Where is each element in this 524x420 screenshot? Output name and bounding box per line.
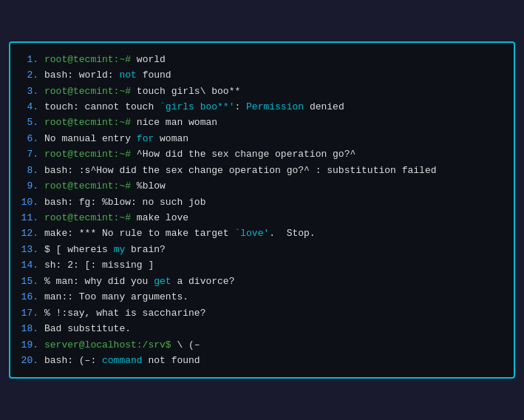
line-content: sh: 2: [: missing ] <box>44 257 506 273</box>
text-segment: No manual entry <box>44 133 137 144</box>
line-number: 16. <box>18 289 38 305</box>
line-number: 10. <box>18 194 38 210</box>
text-segment: get <box>154 276 171 287</box>
line-content: bash: fg: %blow: no such job <box>44 194 506 210</box>
line-number: 8. <box>18 163 38 178</box>
text-segment: make love <box>137 212 188 223</box>
text-segment: root@tecmint:~# <box>44 117 137 128</box>
terminal-line: 14.sh: 2: [: missing ] <box>18 257 506 273</box>
line-number: 4. <box>18 99 38 115</box>
text-segment: command <box>102 355 143 366</box>
terminal-line: 20.bash: (–: command not found <box>18 353 506 368</box>
text-segment: ^How did the sex change operation go?^ <box>137 149 355 160</box>
text-segment: root@tecmint:~# <box>44 86 137 97</box>
line-number: 17. <box>18 305 38 321</box>
text-segment: bash: (–: <box>44 355 102 366</box>
text-segment: found <box>137 70 171 81</box>
line-content: Bad substitute. <box>44 321 506 336</box>
text-segment: $ [ whereis <box>44 244 114 255</box>
text-segment: server@localhost:/srv$ <box>44 339 177 350</box>
text-segment: root@tecmint:~# <box>44 54 137 65</box>
text-segment: % !:say, what is saccharine? <box>44 308 205 319</box>
terminal-line: 5.root@tecmint:~# nice man woman <box>18 115 506 130</box>
terminal-window: 1.root@tecmint:~# world2.bash: world: no… <box>9 41 515 379</box>
text-segment: % man: why did you <box>44 276 154 287</box>
text-segment: make: *** No rule to make target <box>44 228 234 239</box>
text-segment: a divorce? <box>171 276 235 287</box>
terminal-line: 16.man:: Too many arguments. <box>18 289 506 305</box>
line-content: bash: world: not found <box>44 67 506 83</box>
terminal-line: 19.server@localhost:/srv$ \ (– <box>18 337 506 353</box>
line-number: 1. <box>18 52 38 67</box>
text-segment: bash: fg: %blow: no such job <box>44 197 205 208</box>
text-segment: touch: cannot touch <box>44 101 160 112</box>
line-number: 19. <box>18 337 38 353</box>
terminal-line: 12.make: *** No rule to make target `lov… <box>18 226 506 241</box>
line-number: 9. <box>18 178 38 194</box>
line-content: root@tecmint:~# touch girls\ boo** <box>44 84 506 99</box>
line-content: No manual entry for woman <box>44 131 506 146</box>
line-content: bash: :s^How did the sex change operatio… <box>44 163 506 178</box>
line-number: 3. <box>18 84 38 99</box>
line-content: server@localhost:/srv$ \ (– <box>44 337 506 353</box>
line-number: 20. <box>18 353 38 368</box>
terminal-line: 13.$ [ whereis my brain? <box>18 242 506 257</box>
text-segment: bash: world: <box>44 70 119 81</box>
line-content: root@tecmint:~# %blow <box>44 178 506 194</box>
terminal-line: 8.bash: :s^How did the sex change operat… <box>18 163 506 178</box>
terminal-line: 10.bash: fg: %blow: no such job <box>18 194 506 210</box>
line-number: 13. <box>18 242 38 257</box>
line-number: 2. <box>18 67 38 83</box>
text-segment: root@tecmint:~# <box>44 180 137 192</box>
text-segment: man:: Too many arguments. <box>44 291 188 302</box>
text-segment: root@tecmint:~# <box>44 212 137 223</box>
terminal-line: 1.root@tecmint:~# world <box>18 52 506 67</box>
terminal-line: 6.No manual entry for woman <box>18 131 506 146</box>
line-content: % man: why did you get a divorce? <box>44 274 506 289</box>
text-segment: for <box>137 133 154 144</box>
text-segment: root@tecmint:~# <box>44 149 137 160</box>
line-content: % !:say, what is saccharine? <box>44 305 506 321</box>
text-segment: brain? <box>125 244 166 255</box>
line-content: man:: Too many arguments. <box>44 289 506 305</box>
line-number: 5. <box>18 115 38 130</box>
text-segment: woman <box>154 133 188 144</box>
line-number: 7. <box>18 146 38 162</box>
terminal-line: 3.root@tecmint:~# touch girls\ boo** <box>18 84 506 99</box>
line-number: 15. <box>18 274 38 289</box>
line-content: root@tecmint:~# make love <box>44 210 506 226</box>
terminal-line: 17.% !:say, what is saccharine? <box>18 305 506 321</box>
line-content: root@tecmint:~# nice man woman <box>44 115 506 130</box>
line-content: bash: (–: command not found <box>44 353 506 368</box>
line-content: root@tecmint:~# world <box>44 52 506 67</box>
text-segment: `girls boo**' <box>160 101 234 112</box>
terminal-line: 11.root@tecmint:~# make love <box>18 210 506 226</box>
terminal-line: 2.bash: world: not found <box>18 67 506 83</box>
line-content: touch: cannot touch `girls boo**': Permi… <box>44 99 506 115</box>
text-segment: . Stop. <box>269 228 315 239</box>
text-segment: not found <box>143 355 200 366</box>
text-segment: my <box>114 244 126 255</box>
line-number: 14. <box>18 257 38 273</box>
text-segment: nice man woman <box>137 117 217 128</box>
line-number: 6. <box>18 131 38 146</box>
text-segment: `love' <box>234 228 269 239</box>
line-content: root@tecmint:~# ^How did the sex change … <box>44 146 506 162</box>
line-number: 11. <box>18 210 38 226</box>
text-segment: : <box>234 101 246 112</box>
text-segment: denied <box>304 101 344 112</box>
text-segment: %blow <box>137 180 166 192</box>
line-number: 12. <box>18 226 38 241</box>
line-content: $ [ whereis my brain? <box>44 242 506 257</box>
line-number: 18. <box>18 321 38 336</box>
terminal-line: 9.root@tecmint:~# %blow <box>18 178 506 194</box>
text-segment: bash: :s^How did the sex change operatio… <box>44 165 437 176</box>
text-segment: world <box>137 54 166 65</box>
terminal-line: 18.Bad substitute. <box>18 321 506 336</box>
text-segment: Bad substitute. <box>44 323 131 334</box>
terminal-line: 7.root@tecmint:~# ^How did the sex chang… <box>18 146 506 162</box>
line-content: make: *** No rule to make target `love'.… <box>44 226 506 241</box>
text-segment: touch girls\ boo** <box>137 86 240 97</box>
text-segment: \ (– <box>177 339 200 350</box>
text-segment: not <box>119 70 136 81</box>
